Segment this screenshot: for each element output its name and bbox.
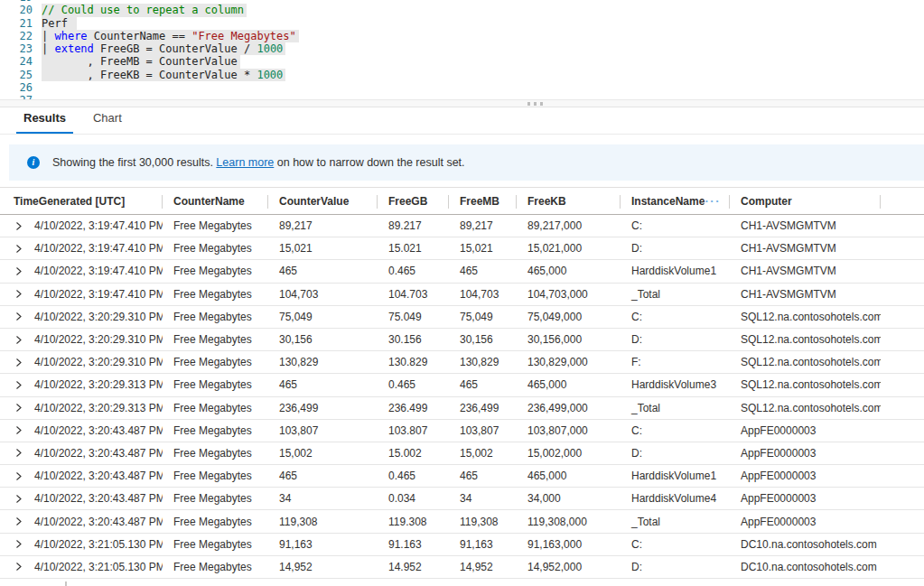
chevron-right-icon	[15, 472, 23, 480]
table-row[interactable]: 4/10/2022, 3:19:47.410 PMFree Megabytes1…	[0, 237, 924, 260]
code-line[interactable]: 26	[0, 81, 299, 94]
row-expander[interactable]	[0, 381, 34, 389]
chevron-right-icon	[15, 563, 23, 571]
table-row[interactable]: 4/10/2022, 3:20:43.487 PMFree Megabytes3…	[0, 488, 924, 510]
cell-countervalue: 91,163	[268, 538, 378, 551]
cell-timegenerated: 4/10/2022, 3:20:29.310 PM	[34, 356, 163, 368]
tab-chart[interactable]: Chart	[86, 106, 129, 134]
row-expander[interactable]	[0, 290, 34, 298]
code-line[interactable]: 25 , FreeKB = CounterValue * 1000	[0, 69, 299, 81]
code-line-text[interactable]: , FreeKB = CounterValue * 1000	[42, 69, 285, 81]
query-editor[interactable]: 1920// Could use to repeat a column21Per…	[0, 0, 924, 99]
code-line-text[interactable]: , FreeMB = CounterValue	[42, 55, 240, 68]
column-header-freemb[interactable]: FreeMB	[449, 188, 517, 214]
column-menu-icon[interactable]: ···	[705, 194, 722, 208]
cell-freemb: 103,807	[449, 424, 517, 437]
line-number: 22	[0, 30, 33, 42]
table-row[interactable]: 4/10/2022, 3:20:29.313 PMFree Megabytes4…	[0, 374, 924, 396]
row-expander[interactable]	[0, 563, 34, 571]
table-row[interactable]: 4/10/2022, 3:20:43.487 PMFree Megabytes1…	[0, 442, 924, 465]
code-line-text[interactable]: | extend FreeGB = CounterValue / 1000	[42, 42, 285, 55]
column-header-computer[interactable]: Computer	[730, 188, 881, 214]
table-row[interactable]: 4/10/2022, 3:19:47.410 PMFree Megabytes4…	[0, 260, 924, 283]
column-header-timegenerated[interactable]: TimeGenerated [UTC]	[0, 188, 163, 214]
cell-freekb: 34,000	[517, 492, 621, 505]
cell-countervalue: 15,002	[268, 447, 378, 460]
code-line[interactable]: 21Perf	[0, 17, 299, 30]
column-header-freegb[interactable]: FreeGB	[378, 188, 449, 214]
row-expander[interactable]	[0, 495, 34, 503]
cell-countervalue: 14,952	[268, 561, 378, 573]
table-row[interactable]: 4/10/2022, 3:21:05.130 PMFree Megabytes1…	[0, 556, 924, 579]
cell-computer: AppFE0000003	[730, 447, 881, 460]
cell-freegb: 0.034	[378, 492, 449, 505]
table-row[interactable]: 4/10/2022, 3:20:43.487 PMFree Megabytes1…	[0, 510, 924, 533]
code-line-text[interactable]: | where CounterName == "Free Megabytes"	[42, 30, 299, 42]
table-row[interactable]: 4/10/2022, 3:19:47.410 PMFree Megabytes8…	[0, 215, 924, 237]
cell-freegb: 0.465	[378, 470, 449, 482]
cell-freekb: 15,021,000	[517, 242, 621, 255]
row-expander[interactable]	[0, 267, 34, 275]
cell-countername: Free Megabytes	[163, 311, 268, 323]
row-expander[interactable]	[0, 222, 34, 230]
cell-countername: Free Megabytes	[163, 492, 268, 505]
table-row[interactable]: 4/10/2022, 3:20:29.310 PMFree Megabytes7…	[0, 306, 924, 329]
table-row[interactable]: 4/10/2022, 3:20:29.313 PMFree Megabytes2…	[0, 397, 924, 420]
tab-results[interactable]: Results	[16, 106, 73, 134]
cell-freekb: 119,308,000	[517, 516, 621, 528]
table-row[interactable]: 4/10/2022, 3:20:29.310 PMFree Megabytes1…	[0, 351, 924, 374]
cell-freekb: 465,000	[517, 265, 621, 277]
cell-freegb: 15.021	[378, 242, 449, 255]
table-row[interactable]: 4/10/2022, 3:19:47.410 PMFree Megabytes1…	[0, 284, 924, 306]
cell-freemb: 104,703	[449, 288, 517, 301]
cell-countervalue: 104,703	[268, 288, 378, 301]
table-row[interactable]: 4/10/2022, 3:20:43.487 PMFree Megabytes4…	[0, 465, 924, 488]
code-line[interactable]: 23| extend FreeGB = CounterValue / 1000	[0, 42, 299, 55]
chevron-right-icon	[15, 404, 23, 412]
results-tabbar: Results Chart	[0, 107, 924, 135]
row-expander[interactable]	[0, 404, 34, 412]
row-expander[interactable]	[0, 540, 34, 548]
code-line[interactable]: 20// Could use to repeat a column	[0, 4, 299, 16]
query-editor-lines[interactable]: 1920// Could use to repeat a column21Per…	[0, 0, 299, 99]
cell-freekb: 14,952,000	[517, 561, 621, 573]
column-header-countername[interactable]: CounterName	[163, 188, 268, 214]
row-expander[interactable]	[0, 472, 34, 480]
cell-freemb: 75,049	[449, 311, 517, 323]
code-line[interactable]: 24 , FreeMB = CounterValue	[0, 55, 299, 68]
cell-freegb: 119.308	[378, 516, 449, 528]
cell-timegenerated: 4/10/2022, 3:20:29.310 PM	[34, 333, 163, 346]
row-expander[interactable]	[0, 312, 34, 321]
row-expander[interactable]	[0, 517, 34, 526]
cell-freekb: 104,703,000	[517, 288, 621, 301]
chevron-right-icon	[15, 312, 23, 321]
table-row[interactable]: 4/10/2022, 3:20:29.310 PMFree Megabytes3…	[0, 329, 924, 351]
column-header-instancename[interactable]: InstanceName ···	[621, 188, 730, 214]
row-expander[interactable]	[0, 358, 34, 367]
cell-countervalue: 465	[268, 265, 378, 277]
code-line[interactable]: 22| where CounterName == "Free Megabytes…	[0, 30, 299, 42]
learn-more-link[interactable]: Learn more	[216, 156, 274, 169]
cell-freegb: 0.465	[378, 265, 449, 277]
editor-results-splitter[interactable]	[0, 99, 924, 107]
cell-countername: Free Megabytes	[163, 561, 268, 573]
cell-computer: CH1-AVSMGMTVM	[730, 265, 881, 277]
code-line-text[interactable]: // Could use to repeat a column	[42, 4, 247, 16]
code-line-text[interactable]: Perf	[42, 17, 77, 30]
cell-freemb: 34	[449, 492, 517, 505]
cell-instancename: C:	[621, 219, 730, 232]
cell-instancename: C:	[621, 311, 730, 323]
row-expander[interactable]	[0, 245, 34, 253]
row-expander[interactable]	[0, 336, 34, 344]
column-header-freekb[interactable]: FreeKB	[517, 188, 621, 214]
cell-countervalue: 89,217	[268, 219, 378, 232]
row-expander[interactable]	[0, 426, 34, 434]
row-expander[interactable]	[0, 449, 34, 457]
table-row[interactable]: 4/10/2022, 3:20:43.487 PMFree Megabytes1…	[0, 420, 924, 442]
table-row[interactable]: 4/10/2022, 3:21:05.130 PMFree Megabytes9…	[0, 534, 924, 556]
log-analytics-query-pane: 1920// Could use to repeat a column21Per…	[0, 0, 924, 586]
banner-text-after: on how to narrow down the result set.	[277, 156, 465, 169]
horizontal-scrollbar-mark[interactable]	[65, 581, 67, 586]
column-header-countervalue[interactable]: CounterValue	[268, 188, 378, 214]
cell-timegenerated: 4/10/2022, 3:19:47.410 PM	[34, 242, 163, 255]
